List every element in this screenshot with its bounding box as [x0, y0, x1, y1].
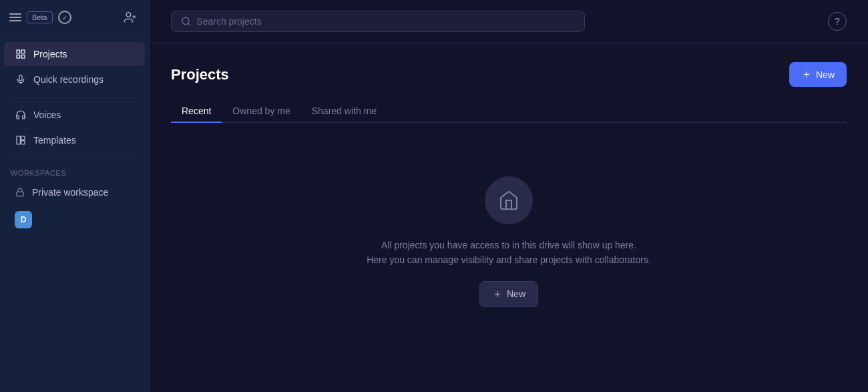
projects-area: Projects ＋ New Recent Owned by me Shared…: [150, 43, 868, 392]
tab-owned-by-me[interactable]: Owned by me: [222, 100, 300, 123]
main-header: ?: [150, 0, 868, 43]
svg-rect-8: [17, 136, 20, 144]
svg-rect-10: [21, 141, 25, 144]
sidebar-item-d-workspace[interactable]: D: [4, 205, 145, 234]
sidebar-item-label: Templates: [33, 135, 76, 146]
empty-state-line1: All projects you have access to in this …: [367, 238, 651, 252]
plus-icon-secondary: ＋: [492, 287, 503, 301]
svg-rect-11: [17, 192, 24, 196]
sidebar-item-label: Voices: [33, 110, 61, 120]
new-button-label: New: [816, 69, 835, 80]
empty-state: All projects you have access to in this …: [171, 150, 847, 307]
empty-new-button-label: New: [507, 288, 525, 299]
add-user-button[interactable]: [121, 8, 140, 27]
search-bar[interactable]: [171, 11, 585, 32]
empty-state-icon-container: [485, 176, 533, 224]
empty-state-text: All projects you have access to in this …: [367, 238, 651, 268]
sidebar-item-quick-recordings[interactable]: Quick recordings: [4, 67, 145, 91]
templates-icon: [15, 134, 27, 146]
sidebar-item-projects[interactable]: Projects: [4, 42, 145, 66]
page-title: Projects: [171, 66, 229, 83]
svg-rect-5: [17, 55, 20, 58]
home-icon: [498, 190, 519, 211]
sidebar-header: Beta ✓: [0, 0, 149, 35]
sidebar-item-private-workspace[interactable]: Private workspace: [4, 181, 145, 204]
nav-divider-2: [11, 158, 138, 158]
voices-icon: [15, 109, 27, 121]
menu-icon[interactable]: [9, 13, 21, 21]
workspaces-section-label: Workspaces: [0, 164, 149, 180]
sidebar-item-templates[interactable]: Templates: [4, 128, 145, 152]
beta-badge: Beta: [27, 11, 53, 23]
svg-rect-9: [21, 136, 25, 140]
sidebar: Beta ✓ Projects: [0, 0, 150, 392]
avatar: D: [15, 211, 32, 228]
svg-rect-3: [17, 50, 20, 53]
add-person-icon: [124, 11, 137, 24]
search-icon: [181, 16, 191, 27]
svg-rect-4: [21, 50, 25, 53]
tab-shared-with-me[interactable]: Shared with me: [301, 100, 387, 123]
svg-point-0: [126, 13, 131, 17]
status-icon: ✓: [58, 11, 71, 24]
empty-state-line2: Here you can manage visibility and share…: [367, 252, 651, 267]
plus-icon: ＋: [801, 67, 812, 81]
sidebar-navigation: Projects Quick recordings: [0, 35, 149, 392]
sidebar-item-label: Private workspace: [32, 187, 108, 198]
projects-icon: [15, 48, 27, 60]
svg-point-12: [182, 17, 189, 24]
help-icon[interactable]: ?: [828, 12, 847, 31]
projects-header: Projects ＋ New: [171, 62, 847, 87]
tab-recent[interactable]: Recent: [171, 100, 222, 123]
header-right: ?: [828, 12, 847, 31]
recordings-icon: [15, 73, 27, 85]
new-project-button[interactable]: ＋ New: [789, 62, 847, 87]
sidebar-item-label: Quick recordings: [33, 74, 103, 85]
sidebar-top-left: Beta ✓: [9, 11, 71, 24]
nav-divider: [11, 97, 138, 97]
main-content: ? Projects ＋ New Recent Owned by me Shar…: [150, 0, 868, 392]
empty-state-new-button[interactable]: ＋ New: [479, 281, 538, 307]
lock-icon: [15, 187, 25, 198]
sidebar-item-label: Projects: [33, 49, 67, 59]
search-input[interactable]: [196, 16, 575, 27]
sidebar-item-voices[interactable]: Voices: [4, 103, 145, 127]
tabs-row: Recent Owned by me Shared with me: [171, 100, 847, 123]
svg-rect-6: [21, 55, 25, 58]
